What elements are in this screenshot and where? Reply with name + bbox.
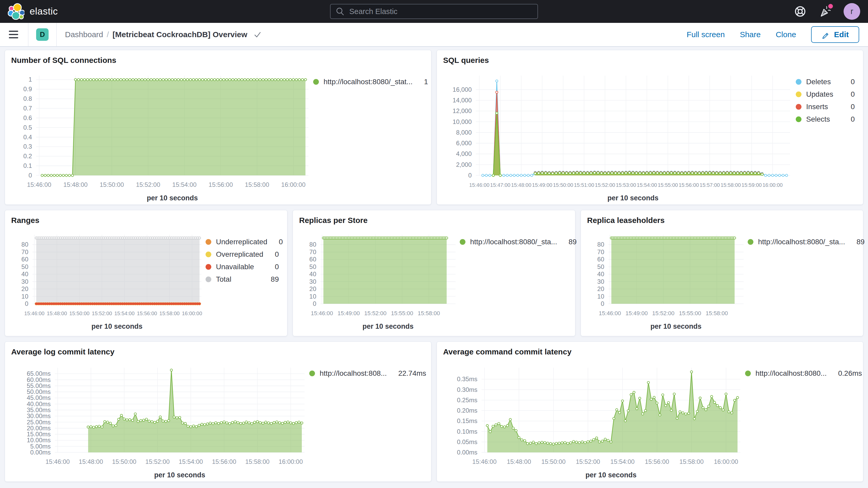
pencil-icon: [822, 30, 830, 39]
brand-name: elastic: [30, 6, 58, 17]
svg-text:15:51:00: 15:51:00: [574, 182, 594, 188]
clone-button[interactable]: Clone: [776, 30, 796, 39]
newsfeed-icon[interactable]: [818, 5, 831, 18]
sql-queries-chart[interactable]: 02,0004,0006,0008,00010,00012,00014,0001…: [443, 67, 796, 203]
chart-legend: http://localhost:8080/_sta... 89: [748, 227, 857, 334]
legend-item[interactable]: Unavailable 0: [206, 263, 279, 271]
svg-text:15:57:00: 15:57:00: [700, 182, 720, 188]
legend-item[interactable]: Inserts 0: [796, 103, 855, 111]
svg-text:15:55:00: 15:55:00: [679, 310, 701, 316]
global-search[interactable]: [330, 4, 538, 19]
svg-text:per 10 seconds: per 10 seconds: [91, 323, 143, 330]
legend-label: Deletes: [806, 78, 831, 86]
svg-text:16,000: 16,000: [453, 86, 472, 93]
svg-text:30: 30: [597, 278, 604, 285]
svg-text:per 10 seconds: per 10 seconds: [650, 323, 702, 330]
panel-title: Average log commit latency: [11, 347, 425, 357]
svg-text:40.00ms: 40.00ms: [27, 400, 51, 407]
full-screen-button[interactable]: Full screen: [687, 30, 725, 39]
svg-text:0.2: 0.2: [23, 153, 32, 159]
help-icon[interactable]: [794, 5, 806, 18]
space-badge[interactable]: D: [36, 28, 49, 41]
svg-text:per 10 seconds: per 10 seconds: [607, 194, 658, 202]
svg-text:70: 70: [21, 248, 28, 255]
svg-text:15:52:00: 15:52:00: [652, 310, 675, 316]
legend-item[interactable]: Total 89: [206, 275, 279, 283]
series-dot: [796, 116, 802, 122]
panel-replica-leaseholders: Replica leaseholders 0102030405060708015…: [581, 210, 863, 336]
legend-item[interactable]: Updates 0: [796, 90, 855, 98]
svg-text:80: 80: [309, 241, 316, 248]
svg-text:15:46:00: 15:46:00: [27, 181, 51, 188]
svg-text:16:00:00: 16:00:00: [279, 458, 303, 465]
svg-text:50: 50: [597, 263, 604, 270]
series-dot: [206, 251, 211, 257]
svg-text:15:56:00: 15:56:00: [137, 310, 157, 316]
command-commit-latency-chart[interactable]: 0.00ms0.05ms0.10ms0.15ms0.20ms0.25ms0.30…: [443, 358, 745, 480]
svg-text:15:48:00: 15:48:00: [63, 181, 88, 188]
legend-label: http://localhost:8080/_stat...: [323, 78, 412, 86]
menu-button[interactable]: [7, 30, 28, 39]
ranges-chart[interactable]: 0102030405060708015:46:0015:48:0015:50:0…: [11, 227, 206, 334]
svg-text:0: 0: [313, 300, 316, 307]
legend-value: 22.74ms: [392, 369, 426, 377]
legend-item[interactable]: http://localhost:8080/_stat... 1: [313, 78, 423, 86]
legend-item[interactable]: Underreplicated 0: [206, 238, 279, 246]
svg-text:45.00ms: 45.00ms: [27, 394, 51, 401]
page-title[interactable]: [Metricbeat CockroachDB] Overview: [113, 30, 247, 39]
legend-label: http://localhost:8080...: [755, 369, 827, 377]
svg-text:12,000: 12,000: [453, 107, 472, 114]
svg-text:40: 40: [309, 271, 316, 277]
edit-button[interactable]: Edit: [811, 26, 859, 43]
share-button[interactable]: Share: [740, 30, 761, 39]
legend-item[interactable]: http://localhost:8080... 0.26ms: [745, 369, 855, 377]
svg-text:15:48:00: 15:48:00: [79, 458, 103, 465]
svg-text:10: 10: [21, 293, 28, 300]
elastic-logo[interactable]: elastic: [8, 3, 58, 20]
legend-value: 0: [272, 238, 283, 246]
svg-text:15:46:00: 15:46:00: [24, 310, 44, 316]
legend-item[interactable]: http://localhost:8080/_sta... 89: [748, 238, 855, 246]
svg-text:15:58:00: 15:58:00: [245, 458, 270, 465]
legend-label: Overreplicated: [216, 250, 263, 258]
series-dot: [206, 276, 211, 282]
legend-item[interactable]: Deletes 0: [796, 78, 855, 86]
log-commit-latency-chart[interactable]: 0.00ms5.00ms10.00ms15.00ms20.00ms25.00ms…: [11, 358, 309, 480]
edit-button-label: Edit: [834, 30, 849, 39]
panel-title: Ranges: [11, 215, 281, 225]
svg-text:0.9: 0.9: [23, 86, 32, 92]
svg-text:50: 50: [309, 263, 316, 270]
search-input[interactable]: [349, 7, 532, 16]
legend-item[interactable]: Selects 0: [796, 115, 855, 123]
svg-text:15:54:00: 15:54:00: [637, 182, 657, 188]
svg-text:15:49:00: 15:49:00: [532, 182, 552, 188]
svg-text:6,000: 6,000: [456, 140, 472, 147]
legend-item[interactable]: http://localhost:808... 22.74ms: [309, 369, 423, 377]
replica-leaseholders-chart[interactable]: 0102030405060708015:46:0015:49:0015:52:0…: [587, 227, 748, 334]
svg-text:0.00ms: 0.00ms: [457, 449, 477, 456]
legend-label: Underreplicated: [216, 238, 268, 246]
svg-text:15:52:00: 15:52:00: [92, 310, 112, 316]
svg-text:0: 0: [29, 172, 32, 179]
breadcrumb-dashboard-link[interactable]: Dashboard: [65, 30, 103, 39]
series-dot: [796, 79, 802, 85]
svg-text:0.5: 0.5: [23, 124, 32, 131]
legend-label: Updates: [806, 90, 833, 98]
check-icon[interactable]: [254, 31, 261, 38]
svg-text:60.00ms: 60.00ms: [27, 376, 51, 383]
legend-label: http://localhost:8080/_sta...: [758, 238, 845, 246]
legend-value: 0.26ms: [831, 369, 862, 377]
svg-text:15:47:00: 15:47:00: [490, 182, 510, 188]
svg-text:70: 70: [597, 248, 604, 255]
user-avatar[interactable]: r: [844, 3, 860, 20]
svg-text:4,000: 4,000: [456, 150, 472, 157]
panel-ranges: Ranges 0102030405060708015:46:0015:48:00…: [5, 210, 287, 336]
svg-text:16:00:00: 16:00:00: [281, 181, 305, 188]
legend-value: 89: [562, 238, 577, 246]
replicas-per-store-chart[interactable]: 0102030405060708015:46:0015:49:0015:52:0…: [299, 227, 460, 334]
legend-item[interactable]: Overreplicated 0: [206, 250, 279, 258]
svg-text:15:50:00: 15:50:00: [541, 458, 565, 465]
svg-text:0.3: 0.3: [23, 143, 32, 150]
legend-item[interactable]: http://localhost:8080/_sta... 89: [460, 238, 567, 246]
sql-connections-chart[interactable]: 00.10.20.30.40.50.60.70.80.9115:46:0015:…: [11, 67, 313, 203]
